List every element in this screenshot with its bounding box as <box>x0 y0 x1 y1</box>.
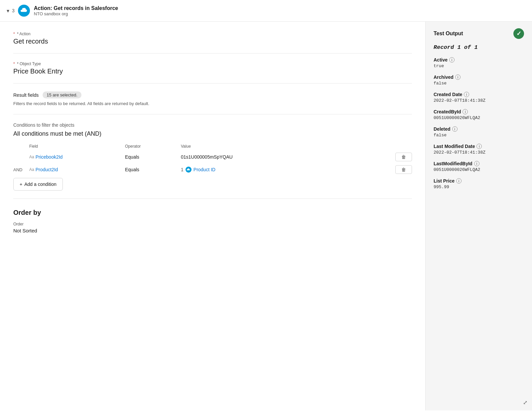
output-fields: Active i true Archived i false Created D… <box>434 57 524 190</box>
action-section: * * Action Get records <box>13 32 412 45</box>
required-star-2: * <box>13 62 15 66</box>
output-value-created-by-id: 0051U0000026WFLQA2 <box>434 115 524 120</box>
output-label-active: Active i <box>434 57 524 63</box>
output-label-deleted: Deleted i <box>434 126 524 132</box>
object-type-section: * * Object Type Price Book Entry <box>13 62 412 75</box>
info-icon-list-price[interactable]: i <box>456 178 462 184</box>
salesforce-mini-icon <box>186 167 192 173</box>
output-field-active: Active i true <box>434 57 524 68</box>
col-value-header: Value <box>181 144 393 149</box>
output-value-archived: false <box>434 81 524 86</box>
condition-row-2: AND Aa Product2Id Equals 1 Product ID <box>13 165 412 174</box>
delete-condition-1[interactable]: 🗑 <box>395 153 412 161</box>
field-product2id[interactable]: Aa Product2Id <box>29 167 122 172</box>
output-value-deleted: false <box>434 133 524 138</box>
field-type-icon-2: Aa <box>29 167 34 172</box>
trash-icon-1: 🗑 <box>401 154 406 160</box>
output-field-last-modified-by-id: LastModifiedById i 0051U0000026WFLQA2 <box>434 161 524 172</box>
add-condition-button[interactable]: + Add a condition <box>13 178 63 191</box>
order-by-title: Order by <box>13 209 412 216</box>
info-icon-last-modified-date[interactable]: i <box>476 144 482 149</box>
field-pricebook2id[interactable]: Aa Pricebook2Id <box>29 154 122 160</box>
output-field-last-modified-date: Last Modified Date i 2022-02-07T18:41:38… <box>434 144 524 155</box>
col-field-header: Field <box>29 144 122 149</box>
test-output-title: Test Output <box>434 31 463 37</box>
result-fields-badge[interactable]: 15 are selected. <box>43 91 81 98</box>
value-2-container: 1 Product ID <box>181 167 393 173</box>
field-type-icon-1: Aa <box>29 155 34 159</box>
trash-icon-2: 🗑 <box>401 167 406 172</box>
plus-icon: + <box>20 182 22 187</box>
action-value: Get records <box>13 38 412 45</box>
order-label: Order <box>13 222 412 226</box>
test-output-header: Test Output <box>434 28 524 39</box>
col-operator-header: Operator <box>125 144 178 149</box>
output-value-list-price: 995.99 <box>434 185 524 190</box>
output-field-created-by-id: CreatedById i 0051U0000026WFLQA2 <box>434 109 524 120</box>
divider-3 <box>13 114 412 114</box>
salesforce-logo <box>18 5 30 17</box>
info-icon-last-modified-by-id[interactable]: i <box>474 161 479 166</box>
output-label-archived: Archived i <box>434 74 524 80</box>
operator-2: Equals <box>125 167 178 172</box>
info-icon-created-date[interactable]: i <box>464 92 469 97</box>
record-counter: Record 1 of 1 <box>434 44 524 51</box>
value-1: 01s1U000005mSpYQAU <box>181 154 393 160</box>
required-star: * <box>13 32 15 36</box>
add-condition-label: Add a condition <box>24 182 57 187</box>
info-icon-created-by-id[interactable]: i <box>463 109 468 114</box>
step-number: 3 <box>12 8 15 13</box>
result-fields-helper: Filters the record fields to be returned… <box>13 101 412 106</box>
output-field-list-price: List Price i 995.99 <box>434 178 524 190</box>
info-icon-deleted[interactable]: i <box>452 126 458 132</box>
output-value-last-modified-by-id: 0051U0000026WFLQA2 <box>434 167 524 172</box>
output-label-created-date: Created Date i <box>434 92 524 97</box>
col-prefix-header <box>13 144 27 149</box>
output-label-last-modified-by-id: LastModifiedById i <box>434 161 524 166</box>
output-value-active: true <box>434 64 524 68</box>
output-label-created-by-id: CreatedById i <box>434 109 524 114</box>
object-type-value: Price Book Entry <box>13 68 412 75</box>
conditions-section: Conditions to filter the objects All con… <box>13 122 412 191</box>
conditions-logic: All conditions must be met (AND) <box>13 130 412 137</box>
output-value-last-modified-date: 2022-02-07T18:41:38Z <box>434 150 524 155</box>
delete-condition-2[interactable]: 🗑 <box>395 165 412 174</box>
expand-icon[interactable]: ⤢ <box>523 399 527 406</box>
output-value-created-date: 2022-02-07T18:41:38Z <box>434 98 524 103</box>
output-label-list-price: List Price i <box>434 178 524 184</box>
conditions-title: Conditions to filter the objects <box>13 122 412 128</box>
value-num-2: 1 <box>181 167 184 172</box>
order-section: Order by Order Not Sorted <box>13 209 412 233</box>
success-checkmark-icon <box>513 28 524 39</box>
divider-1 <box>13 53 412 54</box>
top-bar-text: Action: Get records in Salesforce NTO sa… <box>34 5 118 16</box>
output-field-deleted: Deleted i false <box>434 126 524 138</box>
value-product-id-link[interactable]: Product ID <box>194 167 215 172</box>
output-label-last-modified-date: Last Modified Date i <box>434 144 524 149</box>
operator-1: Equals <box>125 154 178 160</box>
info-icon-active[interactable]: i <box>449 57 455 63</box>
left-panel: * * Action Get records * * Object Type P… <box>0 22 426 410</box>
condition-row: Aa Pricebook2Id Equals 01s1U000005mSpYQA… <box>13 153 412 161</box>
order-value: Not Sorted <box>13 228 412 233</box>
result-fields-label: Result fields <box>13 92 39 98</box>
object-type-label: * * Object Type <box>13 62 412 66</box>
output-field-created-date: Created Date i 2022-02-07T18:41:38Z <box>434 92 524 103</box>
conditions-header: Field Operator Value <box>13 144 412 150</box>
right-panel: Test Output Record 1 of 1 Active i true … <box>426 22 532 410</box>
divider-4 <box>13 199 412 199</box>
condition-prefix-2: AND <box>13 167 27 172</box>
divider-2 <box>13 83 412 83</box>
result-fields-section: Result fields 15 are selected. Filters t… <box>13 91 412 106</box>
org-name: NTO sandbox org <box>34 11 118 16</box>
output-field-archived: Archived i false <box>434 74 524 86</box>
top-bar: ▾ 3 Action: Get records in Salesforce NT… <box>0 0 532 22</box>
action-title: Action: Get records in Salesforce <box>34 5 118 11</box>
info-icon-archived[interactable]: i <box>455 74 461 80</box>
action-label: * * Action <box>13 32 412 36</box>
collapse-icon[interactable]: ▾ <box>7 8 9 14</box>
